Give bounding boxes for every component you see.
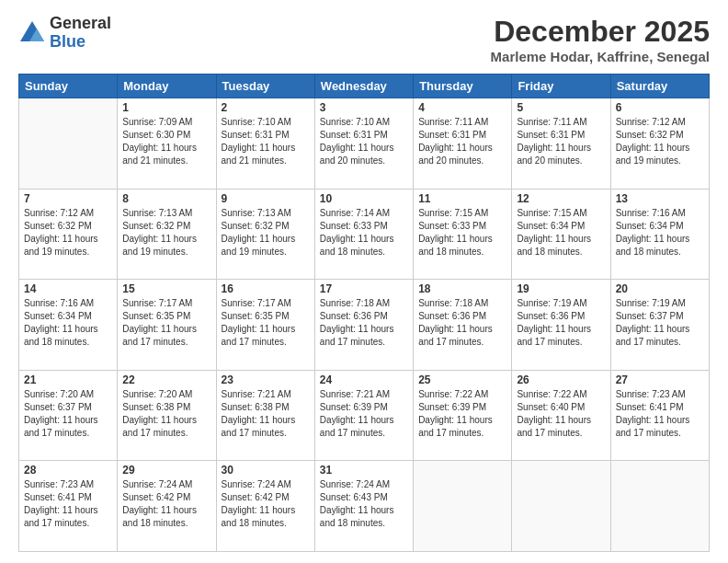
day-info: Sunrise: 7:13 AM Sunset: 6:32 PM Dayligh… xyxy=(222,207,310,259)
calendar-cell: 9Sunrise: 7:13 AM Sunset: 6:32 PM Daylig… xyxy=(216,189,314,280)
day-info: Sunrise: 7:19 AM Sunset: 6:36 PM Dayligh… xyxy=(517,297,605,349)
day-number: 17 xyxy=(320,282,408,295)
day-info: Sunrise: 7:10 AM Sunset: 6:31 PM Dayligh… xyxy=(222,116,310,167)
day-info: Sunrise: 7:11 AM Sunset: 6:31 PM Dayligh… xyxy=(418,116,506,167)
title-block: December 2025 Marleme Hodar, Kaffrine, S… xyxy=(491,15,710,64)
calendar-cell: 31Sunrise: 7:24 AM Sunset: 6:43 PM Dayli… xyxy=(314,461,413,552)
weekday-wednesday: Wednesday xyxy=(314,75,413,98)
calendar-cell: 12Sunrise: 7:15 AM Sunset: 6:34 PM Dayli… xyxy=(512,189,610,280)
day-number: 21 xyxy=(24,373,112,386)
day-number: 28 xyxy=(24,464,112,477)
day-info: Sunrise: 7:10 AM Sunset: 6:31 PM Dayligh… xyxy=(320,116,408,167)
calendar-cell: 7Sunrise: 7:12 AM Sunset: 6:32 PM Daylig… xyxy=(19,189,118,280)
calendar-cell: 16Sunrise: 7:17 AM Sunset: 6:35 PM Dayli… xyxy=(216,280,314,371)
calendar-cell: 10Sunrise: 7:14 AM Sunset: 6:33 PM Dayli… xyxy=(314,189,413,280)
day-number: 10 xyxy=(320,192,408,205)
calendar-body: 1Sunrise: 7:09 AM Sunset: 6:30 PM Daylig… xyxy=(19,98,710,552)
weekday-saturday: Saturday xyxy=(610,75,709,98)
calendar-cell: 23Sunrise: 7:21 AM Sunset: 6:38 PM Dayli… xyxy=(216,370,314,461)
page: General Blue December 2025 Marleme Hodar… xyxy=(0,0,728,563)
day-info: Sunrise: 7:23 AM Sunset: 6:41 PM Dayligh… xyxy=(616,388,704,440)
day-info: Sunrise: 7:13 AM Sunset: 6:32 PM Dayligh… xyxy=(122,207,210,259)
week-row-3: 14Sunrise: 7:16 AM Sunset: 6:34 PM Dayli… xyxy=(19,280,710,371)
logo-text: General Blue xyxy=(50,15,111,52)
day-info: Sunrise: 7:15 AM Sunset: 6:34 PM Dayligh… xyxy=(517,207,605,259)
day-info: Sunrise: 7:14 AM Sunset: 6:33 PM Dayligh… xyxy=(320,207,408,259)
calendar-cell: 30Sunrise: 7:24 AM Sunset: 6:42 PM Dayli… xyxy=(216,461,314,552)
day-number: 8 xyxy=(122,192,210,205)
day-number: 26 xyxy=(517,373,605,386)
calendar-cell xyxy=(19,98,118,190)
day-number: 15 xyxy=(122,282,210,295)
day-number: 24 xyxy=(320,373,408,386)
day-number: 19 xyxy=(517,282,605,295)
weekday-tuesday: Tuesday xyxy=(216,75,314,98)
weekday-thursday: Thursday xyxy=(414,75,512,98)
logo-icon xyxy=(18,19,46,47)
calendar-cell: 4Sunrise: 7:11 AM Sunset: 6:31 PM Daylig… xyxy=(414,98,512,190)
week-row-4: 21Sunrise: 7:20 AM Sunset: 6:37 PM Dayli… xyxy=(19,370,710,461)
calendar-cell: 20Sunrise: 7:19 AM Sunset: 6:37 PM Dayli… xyxy=(610,280,709,371)
location-title: Marleme Hodar, Kaffrine, Senegal xyxy=(491,49,710,64)
day-number: 6 xyxy=(616,101,704,114)
calendar-cell: 2Sunrise: 7:10 AM Sunset: 6:31 PM Daylig… xyxy=(216,98,314,190)
day-number: 11 xyxy=(418,192,506,205)
calendar-cell: 14Sunrise: 7:16 AM Sunset: 6:34 PM Dayli… xyxy=(19,280,118,371)
day-info: Sunrise: 7:22 AM Sunset: 6:40 PM Dayligh… xyxy=(517,388,605,440)
week-row-5: 28Sunrise: 7:23 AM Sunset: 6:41 PM Dayli… xyxy=(19,461,710,552)
weekday-friday: Friday xyxy=(512,75,610,98)
day-number: 2 xyxy=(222,101,310,114)
logo-blue: Blue xyxy=(50,33,111,52)
calendar-cell: 3Sunrise: 7:10 AM Sunset: 6:31 PM Daylig… xyxy=(314,98,413,190)
calendar-cell: 6Sunrise: 7:12 AM Sunset: 6:32 PM Daylig… xyxy=(610,98,709,190)
day-number: 1 xyxy=(122,101,210,114)
week-row-2: 7Sunrise: 7:12 AM Sunset: 6:32 PM Daylig… xyxy=(19,189,710,280)
day-number: 7 xyxy=(24,192,112,205)
day-number: 30 xyxy=(222,464,310,477)
weekday-header: SundayMondayTuesdayWednesdayThursdayFrid… xyxy=(19,75,710,98)
day-info: Sunrise: 7:15 AM Sunset: 6:33 PM Dayligh… xyxy=(418,207,506,259)
calendar-cell: 5Sunrise: 7:11 AM Sunset: 6:31 PM Daylig… xyxy=(512,98,610,190)
weekday-monday: Monday xyxy=(118,75,216,98)
day-number: 31 xyxy=(320,464,408,477)
logo-general: General xyxy=(50,15,111,33)
calendar-cell: 19Sunrise: 7:19 AM Sunset: 6:36 PM Dayli… xyxy=(512,280,610,371)
day-info: Sunrise: 7:24 AM Sunset: 6:42 PM Dayligh… xyxy=(222,478,310,530)
calendar-cell: 13Sunrise: 7:16 AM Sunset: 6:34 PM Dayli… xyxy=(610,189,709,280)
week-row-1: 1Sunrise: 7:09 AM Sunset: 6:30 PM Daylig… xyxy=(19,98,710,190)
calendar-cell: 22Sunrise: 7:20 AM Sunset: 6:38 PM Dayli… xyxy=(118,370,216,461)
day-number: 14 xyxy=(24,282,112,295)
calendar-cell: 21Sunrise: 7:20 AM Sunset: 6:37 PM Dayli… xyxy=(19,370,118,461)
calendar-cell: 24Sunrise: 7:21 AM Sunset: 6:39 PM Dayli… xyxy=(314,370,413,461)
day-info: Sunrise: 7:11 AM Sunset: 6:31 PM Dayligh… xyxy=(517,116,605,167)
day-info: Sunrise: 7:21 AM Sunset: 6:38 PM Dayligh… xyxy=(222,388,310,440)
day-info: Sunrise: 7:20 AM Sunset: 6:38 PM Dayligh… xyxy=(122,388,210,440)
calendar-cell: 11Sunrise: 7:15 AM Sunset: 6:33 PM Dayli… xyxy=(414,189,512,280)
calendar-cell xyxy=(512,461,610,552)
day-info: Sunrise: 7:23 AM Sunset: 6:41 PM Dayligh… xyxy=(24,478,112,530)
day-info: Sunrise: 7:17 AM Sunset: 6:35 PM Dayligh… xyxy=(122,297,210,349)
day-number: 23 xyxy=(222,373,310,386)
calendar-cell: 17Sunrise: 7:18 AM Sunset: 6:36 PM Dayli… xyxy=(314,280,413,371)
day-number: 4 xyxy=(418,101,506,114)
day-number: 29 xyxy=(122,464,210,477)
calendar-cell xyxy=(414,461,512,552)
day-info: Sunrise: 7:12 AM Sunset: 6:32 PM Dayligh… xyxy=(616,116,704,167)
calendar-cell xyxy=(610,461,709,552)
logo: General Blue xyxy=(18,15,111,52)
day-number: 27 xyxy=(616,373,704,386)
day-info: Sunrise: 7:20 AM Sunset: 6:37 PM Dayligh… xyxy=(24,388,112,440)
calendar-cell: 26Sunrise: 7:22 AM Sunset: 6:40 PM Dayli… xyxy=(512,370,610,461)
calendar-cell: 18Sunrise: 7:18 AM Sunset: 6:36 PM Dayli… xyxy=(414,280,512,371)
day-number: 5 xyxy=(517,101,605,114)
day-number: 3 xyxy=(320,101,408,114)
day-info: Sunrise: 7:24 AM Sunset: 6:43 PM Dayligh… xyxy=(320,478,408,530)
day-info: Sunrise: 7:09 AM Sunset: 6:30 PM Dayligh… xyxy=(122,116,210,167)
day-info: Sunrise: 7:12 AM Sunset: 6:32 PM Dayligh… xyxy=(24,207,112,259)
calendar-cell: 27Sunrise: 7:23 AM Sunset: 6:41 PM Dayli… xyxy=(610,370,709,461)
day-number: 13 xyxy=(616,192,704,205)
calendar-table: SundayMondayTuesdayWednesdayThursdayFrid… xyxy=(18,74,710,552)
day-info: Sunrise: 7:22 AM Sunset: 6:39 PM Dayligh… xyxy=(418,388,506,440)
calendar-cell: 15Sunrise: 7:17 AM Sunset: 6:35 PM Dayli… xyxy=(118,280,216,371)
day-info: Sunrise: 7:16 AM Sunset: 6:34 PM Dayligh… xyxy=(616,207,704,259)
